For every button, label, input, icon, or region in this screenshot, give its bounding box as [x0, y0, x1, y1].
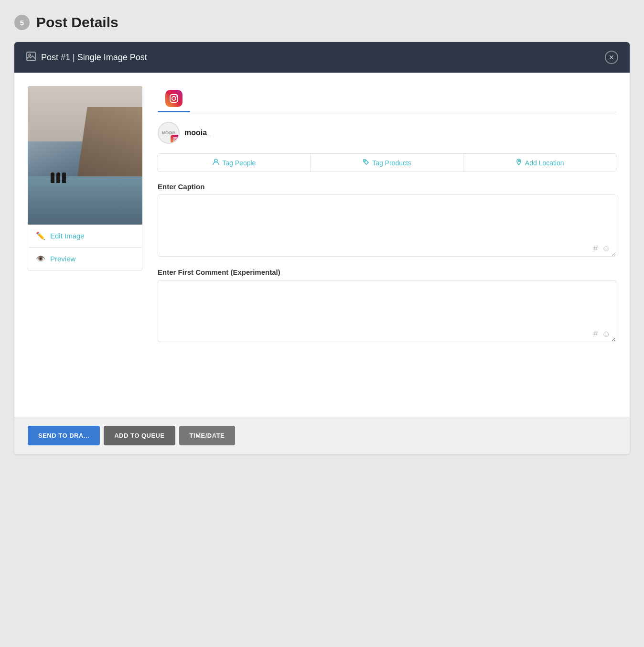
tag-buttons: Tag People Tag Products	[158, 153, 616, 172]
step-badge: 5	[14, 15, 30, 30]
emoji-icon[interactable]: ☺	[602, 244, 611, 254]
comment-wrapper: # ☺	[158, 280, 616, 344]
comment-hashtag-icon[interactable]: #	[593, 329, 598, 339]
time-date-button[interactable]: TIME/DATE	[179, 426, 236, 445]
card-header-title: Post #1 | Single Image Post	[41, 53, 147, 63]
post-image	[28, 86, 142, 225]
eye-icon: 👁️	[36, 254, 45, 263]
comment-emoji-icon[interactable]: ☺	[602, 329, 611, 339]
preview-label: Preview	[50, 255, 75, 263]
caption-toolbar: # ☺	[593, 244, 611, 254]
comment-label: Enter First Comment (Experimental)	[158, 268, 616, 276]
svg-rect-0	[27, 52, 35, 61]
svg-point-9	[365, 161, 365, 162]
account-avatar: MOOIA	[158, 122, 180, 144]
account-row: MOOIA mooia_	[158, 122, 616, 144]
ocean-layer	[28, 176, 142, 225]
image-actions: ✏️ Edit Image 👁️ Preview	[28, 225, 142, 270]
edit-image-label: Edit Image	[50, 232, 85, 240]
page-header: 5 Post Details	[14, 14, 630, 31]
main-card: Post #1 | Single Image Post ✕	[14, 42, 630, 454]
tag-products-label: Tag Products	[372, 159, 411, 167]
instagram-icon	[165, 90, 182, 107]
image-frame-icon	[26, 51, 36, 64]
svg-point-4	[176, 96, 177, 97]
image-scene	[28, 86, 142, 225]
svg-point-8	[215, 159, 217, 162]
caption-input[interactable]	[158, 194, 616, 257]
svg-point-1	[29, 54, 31, 56]
add-location-label: Add Location	[525, 159, 564, 167]
close-icon: ✕	[609, 54, 614, 61]
tag-people-button[interactable]: Tag People	[158, 154, 311, 172]
footer-bar: SEND TO DRA... ADD TO QUEUE TIME/DATE	[14, 417, 630, 454]
post-image-inner	[28, 86, 142, 225]
location-icon	[515, 159, 522, 167]
svg-point-3	[172, 97, 176, 100]
pencil-icon: ✏️	[36, 231, 45, 240]
account-name: mooia_	[184, 129, 211, 137]
tag-icon	[363, 159, 369, 167]
card-body: ✏️ Edit Image 👁️ Preview	[14, 73, 630, 417]
comment-input[interactable]	[158, 280, 616, 342]
caption-wrapper: # ☺	[158, 194, 616, 259]
close-button[interactable]: ✕	[605, 51, 618, 64]
person-icon	[213, 159, 219, 167]
platform-tabs	[158, 86, 616, 112]
left-column: ✏️ Edit Image 👁️ Preview	[28, 86, 142, 403]
card-header-left: Post #1 | Single Image Post	[26, 51, 147, 64]
instagram-tab[interactable]	[158, 86, 190, 112]
hashtag-icon[interactable]: #	[593, 244, 598, 254]
add-to-queue-button[interactable]: ADD TO QUEUE	[104, 426, 175, 445]
page-title: Post Details	[36, 14, 118, 31]
preview-button[interactable]: 👁️ Preview	[28, 248, 142, 270]
svg-point-7	[176, 138, 176, 138]
send-to-drafts-button[interactable]: SEND TO DRA...	[28, 426, 100, 445]
card-header: Post #1 | Single Image Post ✕	[14, 42, 630, 73]
figure-3	[62, 173, 66, 183]
svg-point-10	[518, 161, 519, 162]
figure-2	[56, 173, 60, 183]
tag-people-label: Tag People	[222, 159, 256, 167]
right-column: MOOIA mooia_	[158, 86, 616, 403]
figure-1	[51, 173, 54, 183]
add-location-button[interactable]: Add Location	[463, 154, 616, 172]
edit-image-button[interactable]: ✏️ Edit Image	[28, 225, 142, 248]
figures-layer	[51, 173, 66, 183]
svg-point-6	[174, 138, 176, 140]
caption-label: Enter Caption	[158, 183, 616, 191]
comment-toolbar: # ☺	[593, 329, 611, 339]
avatar-ig-icon	[171, 135, 179, 143]
tag-products-button[interactable]: Tag Products	[311, 154, 464, 172]
